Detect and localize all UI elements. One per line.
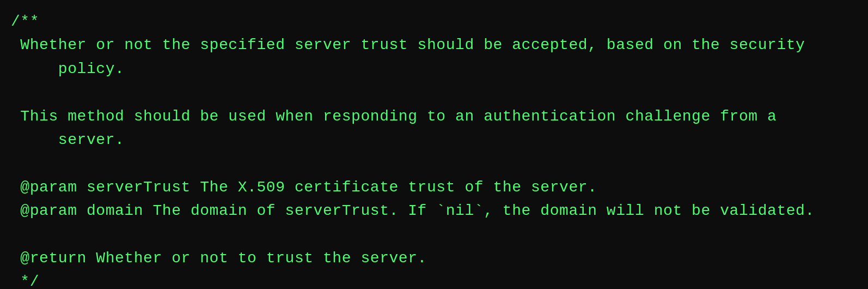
code-line: server. xyxy=(11,128,857,152)
code-token: @param domain The domain of serverTrust.… xyxy=(11,199,815,222)
code-empty-line xyxy=(11,81,857,104)
code-token: Whether or not the specified server trus… xyxy=(11,33,805,57)
code-empty-line xyxy=(11,152,857,175)
code-line: /** xyxy=(11,10,857,33)
code-line: @param serverTrust The X.509 certificate… xyxy=(11,176,857,199)
code-line: This method should be used when respondi… xyxy=(11,105,857,128)
code-token: This method should be used when respondi… xyxy=(11,105,777,128)
code-empty-line xyxy=(11,223,857,246)
code-token: server. xyxy=(11,128,124,152)
code-token: @return Whether or not to trust the serv… xyxy=(11,246,427,270)
code-line: */ xyxy=(11,270,857,289)
code-line: policy. xyxy=(11,57,857,81)
code-line: Whether or not the specified server trus… xyxy=(11,33,857,57)
code-token: @param serverTrust The X.509 certificate… xyxy=(11,176,597,199)
code-token: /** xyxy=(11,10,39,33)
code-token: */ xyxy=(11,270,39,289)
code-line: @return Whether or not to trust the serv… xyxy=(11,246,857,270)
code-block: /** Whether or not the specified server … xyxy=(0,0,868,289)
code-token: policy. xyxy=(11,57,124,81)
code-line: @param domain The domain of serverTrust.… xyxy=(11,199,857,222)
